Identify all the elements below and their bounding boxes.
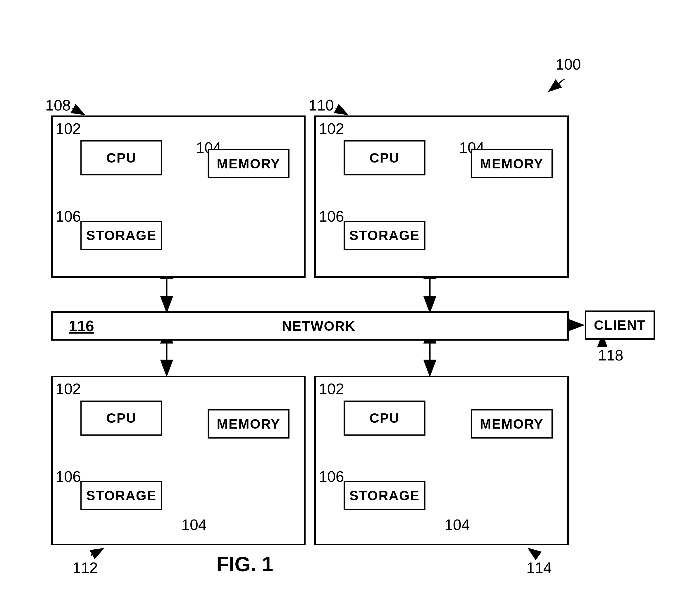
ref-110: 110	[309, 96, 334, 114]
server-box-top-left: 102 CPU 104 MEMORY 106 STORAGE	[51, 115, 306, 278]
ref-104-br: 104	[444, 516, 470, 533]
ref-100: 100	[556, 56, 581, 73]
memory-label-br: MEMORY	[480, 416, 543, 432]
memory-box-br: MEMORY	[471, 409, 553, 439]
ref-112: 112	[72, 559, 98, 576]
cpu-box-tl: CPU	[81, 140, 162, 175]
cpu-label-tl: CPU	[106, 150, 136, 166]
diagram: 100 108 110 102 CPU 104 MEMORY 106 STORA…	[0, 0, 686, 616]
svg-line-17	[550, 79, 565, 91]
memory-box-bl: MEMORY	[207, 409, 289, 439]
cpu-box-bl: CPU	[81, 400, 162, 436]
network-box: 116 NETWORK	[51, 311, 569, 340]
svg-line-18	[72, 108, 83, 114]
fig-label: FIG. 1	[216, 553, 273, 576]
ref-104-bl: 104	[181, 516, 207, 533]
ref-106-tl: 106	[56, 207, 81, 225]
ref-106-br: 106	[319, 468, 344, 485]
memory-label-tl: MEMORY	[217, 156, 280, 172]
network-label: NETWORK	[282, 318, 356, 334]
storage-box-bl: STORAGE	[81, 481, 162, 510]
ref-114: 114	[526, 559, 552, 576]
storage-box-tl: STORAGE	[81, 221, 162, 250]
svg-line-20	[91, 549, 102, 555]
cpu-box-br: CPU	[344, 400, 425, 436]
memory-box-tr: MEMORY	[471, 149, 553, 178]
memory-label-bl: MEMORY	[217, 416, 280, 432]
client-box: CLIENT	[585, 310, 655, 340]
cpu-label-br: CPU	[369, 410, 399, 426]
ref-108: 108	[45, 96, 71, 114]
storage-label-br: STORAGE	[350, 488, 420, 503]
ref-102-tl: 102	[56, 120, 81, 137]
cpu-box-tr: CPU	[344, 140, 425, 175]
memory-label-tr: MEMORY	[480, 156, 543, 172]
ref-102-tr: 102	[319, 120, 344, 137]
client-label: CLIENT	[594, 317, 646, 333]
svg-line-19	[336, 108, 347, 114]
server-box-bottom-left: 102 CPU MEMORY 106 STORAGE 104	[51, 376, 306, 545]
server-box-bottom-right: 102 CPU MEMORY 106 STORAGE 104	[314, 376, 569, 545]
ref-116: 116	[69, 317, 94, 335]
storage-label-tr: STORAGE	[350, 227, 420, 243]
server-box-top-right: 102 CPU 104 MEMORY 106 STORAGE	[314, 115, 569, 278]
storage-label-bl: STORAGE	[86, 488, 157, 503]
ref-102-bl: 102	[56, 380, 81, 398]
storage-box-tr: STORAGE	[344, 221, 425, 250]
ref-102-br: 102	[319, 380, 344, 398]
memory-box-tl: MEMORY	[207, 149, 289, 178]
storage-box-br: STORAGE	[344, 481, 425, 510]
svg-line-21	[529, 549, 538, 555]
ref-118: 118	[598, 347, 623, 364]
ref-106-tr: 106	[319, 207, 344, 225]
ref-106-bl: 106	[56, 468, 81, 485]
storage-label-tl: STORAGE	[86, 227, 157, 243]
cpu-label-tr: CPU	[369, 150, 399, 166]
cpu-label-bl: CPU	[106, 410, 136, 426]
